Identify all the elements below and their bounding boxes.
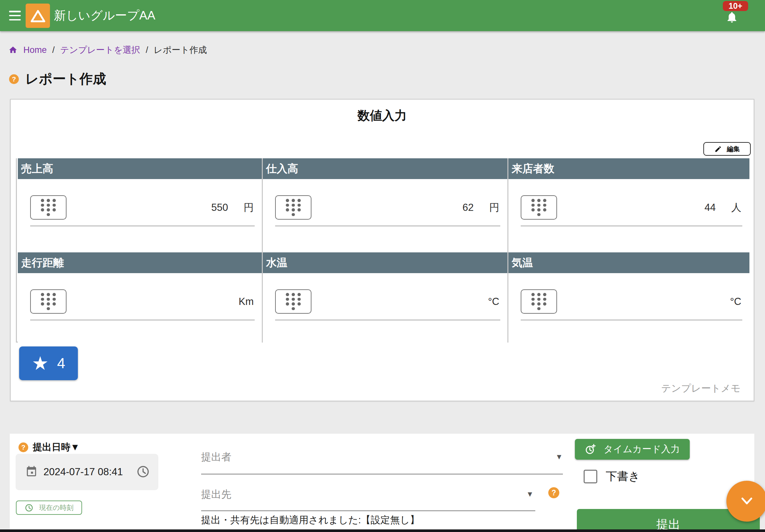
auto-apply-note: 提出・共有先は自動適用されました:【設定無し】	[201, 513, 419, 527]
breadcrumb-template-link[interactable]: テンプレートを選択	[60, 44, 141, 56]
field-unit: 円	[489, 201, 499, 215]
field-cell-water-temp: 水温 °C	[262, 253, 507, 342]
datetime-value[interactable]: 2024-07-17 08:41	[43, 454, 123, 490]
datetime-field[interactable]: 2024-07-17 08:41	[16, 454, 158, 490]
field-header: 来店者数	[508, 158, 749, 179]
keypad-button[interactable]	[521, 289, 557, 314]
field-body: 62円	[263, 179, 507, 253]
clock-plus-icon	[585, 443, 596, 455]
app-title: 新しいグループAA	[54, 0, 155, 31]
timecard-input-button[interactable]: タイムカード入力	[575, 439, 690, 460]
field-header: 売上高	[18, 158, 262, 179]
breadcrumb-separator: /	[146, 45, 148, 55]
draft-label[interactable]: 下書き	[606, 469, 640, 484]
keypad-icon	[531, 293, 547, 310]
keypad-button[interactable]	[275, 289, 312, 314]
triangle-logo-icon	[30, 9, 46, 23]
home-icon[interactable]	[8, 45, 18, 55]
breadcrumb-home-link[interactable]: Home	[23, 45, 47, 55]
edit-button[interactable]: 編集	[703, 142, 751, 156]
destination-help-icon[interactable]: ?	[548, 487, 559, 498]
destination-underline	[201, 510, 535, 511]
clock-icon[interactable]	[136, 465, 150, 478]
numeric-fields-table: 売上高 550円 仕入高 62円 来店者数	[16, 158, 749, 342]
destination-select[interactable]: 提出先	[201, 488, 231, 501]
bell-icon[interactable]	[725, 11, 738, 24]
field-value[interactable]: 44	[705, 202, 716, 214]
field-header: 水温	[263, 253, 507, 273]
clock-icon	[25, 503, 33, 512]
group-logo[interactable]	[26, 4, 50, 28]
keypad-icon	[41, 293, 56, 310]
field-unit: °C	[488, 296, 499, 307]
field-header: 仕入高	[263, 158, 507, 179]
breadcrumb-separator: /	[52, 45, 55, 55]
chevron-down-icon[interactable]: ▼	[526, 490, 534, 499]
favorite-button[interactable]: ★ 4	[19, 346, 78, 380]
template-memo-label: テンプレートメモ	[661, 382, 741, 395]
field-cell-visitors: 来店者数 44人	[507, 158, 749, 253]
favorite-count: 4	[57, 355, 65, 372]
draft-checkbox[interactable]	[584, 470, 597, 483]
breadcrumb-current: レポート作成	[154, 44, 207, 56]
calendar-icon[interactable]	[25, 465, 38, 478]
field-cell-air-temp: 気温 °C	[507, 253, 749, 342]
field-body: °C	[508, 273, 749, 342]
pencil-icon	[714, 145, 722, 153]
field-cell-purchase: 仕入高 62円	[262, 158, 507, 253]
input-underline	[275, 319, 500, 320]
submit-panel: ? 提出日時▼ 2024-07-17 08:41 現在の時刻 提出者 ▼ 提出先…	[10, 434, 754, 529]
star-icon: ★	[32, 354, 49, 373]
keypad-button[interactable]	[521, 195, 557, 220]
field-unit: 人	[731, 201, 741, 215]
scroll-down-fab[interactable]	[726, 481, 765, 522]
keypad-button[interactable]	[275, 195, 312, 220]
input-underline	[30, 226, 255, 227]
field-unit: Km	[239, 296, 254, 307]
submitter-select[interactable]: 提出者	[201, 450, 231, 464]
numeric-input-card: 数値入力 編集 売上高 550円 仕入高 62円	[10, 99, 754, 401]
field-cell-distance: 走行距離 Km	[17, 253, 262, 342]
datetime-label[interactable]: 提出日時▼	[33, 441, 80, 454]
input-underline	[521, 319, 742, 320]
notification-badge: 10+	[723, 1, 748, 11]
keypad-icon	[531, 199, 547, 216]
field-body: 44人	[508, 179, 749, 253]
field-body: Km	[18, 273, 262, 342]
field-value[interactable]: 550	[211, 202, 228, 214]
report-create-page: 新しいグループAA 10+ Home / テンプレートを選択 / レポート作成 …	[0, 0, 765, 532]
notification-area[interactable]: 10+	[717, 0, 746, 31]
page-title: レポート作成	[25, 70, 106, 88]
submitter-underline	[201, 474, 563, 475]
chevron-down-icon[interactable]: ▼	[555, 452, 563, 461]
input-underline	[521, 226, 742, 227]
edit-button-label: 編集	[727, 145, 740, 154]
datetime-help-icon[interactable]: ?	[19, 442, 28, 452]
help-icon[interactable]: ?	[9, 74, 19, 84]
page-title-row: ? レポート作成	[9, 70, 106, 88]
keypad-button[interactable]	[30, 195, 67, 220]
input-underline	[275, 226, 500, 227]
field-header: 走行距離	[18, 253, 262, 273]
field-body: 550円	[18, 179, 262, 253]
window-bottom-edge	[0, 529, 765, 532]
hamburger-menu-icon[interactable]	[9, 11, 21, 20]
card-title: 数値入力	[11, 107, 754, 124]
field-cell-sales: 売上高 550円	[17, 158, 262, 253]
input-underline	[30, 319, 255, 320]
keypad-button[interactable]	[30, 289, 67, 314]
app-header: 新しいグループAA 10+	[0, 0, 765, 31]
keypad-icon	[41, 199, 56, 216]
field-unit: 円	[244, 201, 254, 215]
current-time-button[interactable]: 現在の時刻	[16, 501, 82, 515]
field-value[interactable]: 62	[463, 202, 474, 214]
column-divider	[262, 158, 263, 342]
breadcrumb: Home / テンプレートを選択 / レポート作成	[8, 44, 207, 56]
keypad-icon	[286, 293, 301, 310]
chevron-down-icon	[740, 496, 754, 506]
current-time-label: 現在の時刻	[39, 503, 74, 512]
field-unit: °C	[730, 296, 741, 307]
keypad-icon	[286, 199, 301, 216]
column-divider	[507, 158, 508, 342]
field-body: °C	[263, 273, 507, 342]
